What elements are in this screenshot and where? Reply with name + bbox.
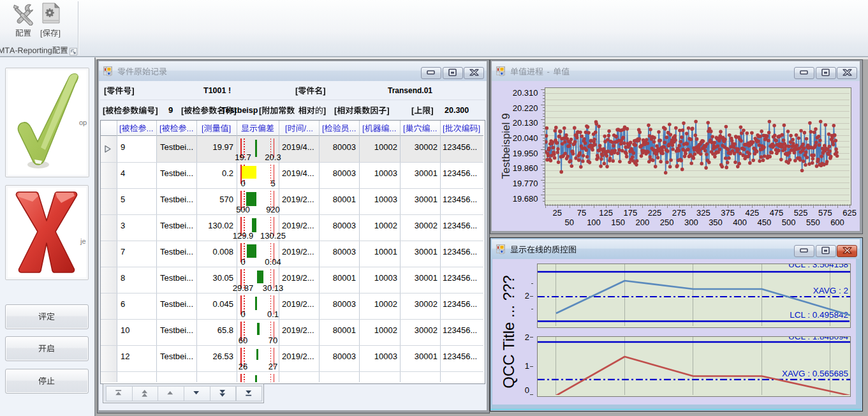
svg-text:UCL : 1.848094: UCL : 1.848094 [788, 337, 849, 341]
svg-text:XAVG : 0.565685: XAVG : 0.565685 [782, 369, 848, 378]
